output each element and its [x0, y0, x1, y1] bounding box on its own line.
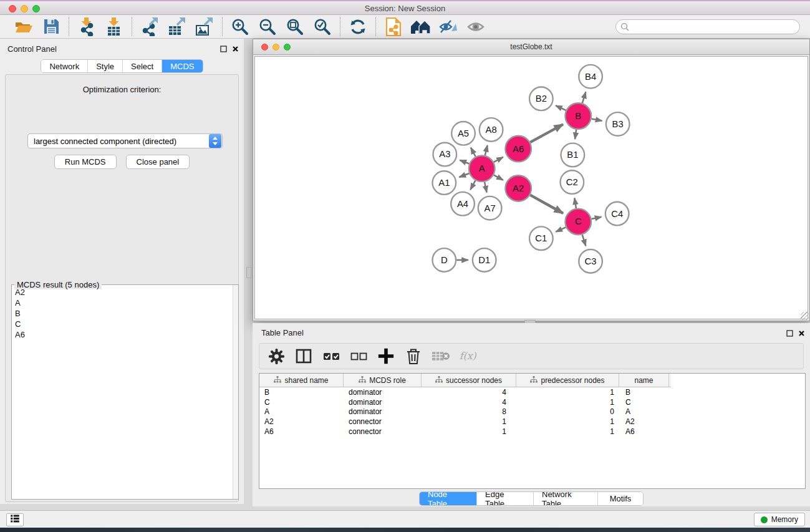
- edge-A-A5[interactable]: [471, 148, 476, 157]
- settings-gear-icon[interactable]: [267, 347, 286, 365]
- mcds-result-item[interactable]: A2: [12, 287, 232, 297]
- mcds-result-item[interactable]: A: [12, 297, 232, 308]
- table-cell[interactable]: B: [619, 388, 669, 397]
- table-cell[interactable]: A2: [259, 417, 344, 426]
- table-cell[interactable]: connector: [344, 417, 422, 426]
- edge-B-B4[interactable]: [582, 92, 586, 103]
- tab-node-table[interactable]: Node Table: [420, 492, 477, 505]
- table-cell[interactable]: 1: [516, 388, 619, 397]
- tab-network-table[interactable]: Network Table: [534, 492, 598, 505]
- node-table[interactable]: shared nameMCDS rolesuccessor nodesprede…: [259, 373, 806, 489]
- select-all-columns-icon[interactable]: [322, 347, 340, 365]
- table-cell[interactable]: 4: [422, 388, 516, 397]
- close-panel-icon[interactable]: [232, 44, 239, 55]
- edge-A2-C[interactable]: [530, 195, 563, 213]
- mcds-result-item[interactable]: B: [12, 308, 232, 319]
- table-cell[interactable]: dominator: [344, 388, 422, 397]
- float-panel-icon[interactable]: [220, 44, 227, 55]
- edge-C-C1[interactable]: [556, 227, 566, 231]
- vertical-splitter-grip[interactable]: [246, 267, 251, 278]
- zoom-in-icon[interactable]: [230, 17, 250, 37]
- tab-style[interactable]: Style: [88, 60, 123, 72]
- column-header-predecessor-nodes[interactable]: predecessor nodes: [516, 374, 619, 387]
- home-pair-icon[interactable]: [411, 17, 431, 37]
- export-network-icon[interactable]: [140, 17, 160, 37]
- new-network-from-file-icon[interactable]: [383, 17, 403, 37]
- column-header-name[interactable]: name: [619, 374, 669, 387]
- mcds-result-item[interactable]: A6: [12, 329, 232, 340]
- table-cell[interactable]: dominator: [344, 398, 422, 407]
- float-table-panel-icon[interactable]: [786, 328, 793, 339]
- zoom-out-icon[interactable]: [258, 17, 277, 37]
- table-row[interactable]: Adominator80A: [259, 407, 805, 417]
- task-history-button[interactable]: [6, 513, 24, 526]
- table-cell[interactable]: C: [259, 398, 344, 407]
- table-row[interactable]: A2connector11A2: [259, 417, 805, 427]
- tab-motifs[interactable]: Motifs: [598, 492, 643, 505]
- search-input[interactable]: [615, 19, 800, 34]
- import-network-icon[interactable]: [77, 17, 97, 37]
- edge-C-C3[interactable]: [582, 235, 586, 246]
- table-cell[interactable]: 8: [422, 407, 516, 416]
- hide-annotations-icon[interactable]: [438, 17, 458, 37]
- edge-C-C2[interactable]: [574, 198, 576, 208]
- edge-C-C4[interactable]: [592, 217, 602, 219]
- delete-column-icon[interactable]: [404, 347, 423, 365]
- table-cell[interactable]: A6: [259, 427, 344, 436]
- table-cell[interactable]: C: [619, 398, 669, 407]
- deselect-all-columns-icon[interactable]: [349, 347, 368, 365]
- table-cell[interactable]: 4: [422, 398, 516, 407]
- column-layout-icon[interactable]: [294, 347, 313, 365]
- table-cell[interactable]: dominator: [344, 407, 422, 416]
- network-graph[interactable]: B4B2BB3B1C2A5A8A6A3AA1A2A4A7CC4C1C3DD1: [255, 57, 808, 319]
- show-annotations-icon[interactable]: [466, 17, 486, 37]
- edge-A-A4[interactable]: [470, 180, 475, 190]
- refresh-network-icon[interactable]: [348, 17, 368, 37]
- edge-A-A2[interactable]: [494, 175, 503, 180]
- save-session-icon[interactable]: [41, 17, 61, 37]
- table-cell[interactable]: 1: [422, 417, 516, 426]
- add-column-icon[interactable]: [377, 347, 395, 365]
- table-row[interactable]: Cdominator41C: [259, 397, 805, 407]
- network-canvas[interactable]: B4B2BB3B1C2A5A8A6A3AA1A2A4A7CC4C1C3DD1: [254, 56, 808, 319]
- edge-A-A7[interactable]: [485, 182, 486, 193]
- mcds-result-item[interactable]: C: [12, 319, 232, 329]
- table-cell[interactable]: A: [619, 407, 669, 416]
- table-cell[interactable]: 1: [516, 417, 619, 426]
- criterion-dropdown[interactable]: largest connected component (directed): [27, 133, 223, 148]
- column-header-shared-name[interactable]: shared name: [259, 374, 344, 387]
- close-panel-button[interactable]: Close panel: [126, 155, 190, 169]
- table-cell[interactable]: A6: [619, 427, 669, 436]
- table-row[interactable]: Bdominator41B: [259, 387, 805, 397]
- window-resize-grip[interactable]: [801, 312, 809, 320]
- close-table-panel-icon[interactable]: [798, 328, 805, 339]
- table-cell[interactable]: 1: [516, 427, 619, 436]
- edge-A-A6[interactable]: [494, 157, 503, 162]
- edge-A6-B[interactable]: [530, 124, 563, 142]
- memory-button[interactable]: Memory: [754, 513, 805, 526]
- export-table-icon[interactable]: [167, 17, 187, 37]
- tab-mcds[interactable]: MCDS: [162, 60, 202, 72]
- edge-B-B1[interactable]: [575, 130, 576, 139]
- edge-A-A3[interactable]: [460, 160, 469, 164]
- open-session-icon[interactable]: [14, 17, 34, 37]
- table-cell[interactable]: 1: [422, 427, 516, 436]
- network-window-titlebar[interactable]: testGlobe.txt: [253, 39, 809, 55]
- table-cell[interactable]: 1: [516, 398, 619, 407]
- table-cell[interactable]: 0: [516, 407, 619, 416]
- edge-A-A8[interactable]: [485, 145, 488, 155]
- tab-select[interactable]: Select: [123, 60, 162, 72]
- zoom-fit-icon[interactable]: [285, 17, 305, 37]
- zoom-selected-icon[interactable]: [312, 17, 332, 37]
- export-image-icon[interactable]: [195, 17, 215, 37]
- table-cell[interactable]: A: [259, 407, 344, 416]
- tab-edge-table[interactable]: Edge Table: [477, 492, 534, 505]
- tab-network[interactable]: Network: [41, 60, 88, 72]
- edge-A-A1[interactable]: [459, 173, 469, 177]
- table-row[interactable]: A6connector11A6: [259, 427, 805, 437]
- result-list-scrollbar[interactable]: [233, 285, 238, 499]
- edge-B-B3[interactable]: [592, 118, 602, 120]
- table-cell[interactable]: A2: [619, 417, 669, 426]
- column-header-MCDS-role[interactable]: MCDS role: [344, 374, 422, 387]
- table-cell[interactable]: connector: [344, 427, 422, 436]
